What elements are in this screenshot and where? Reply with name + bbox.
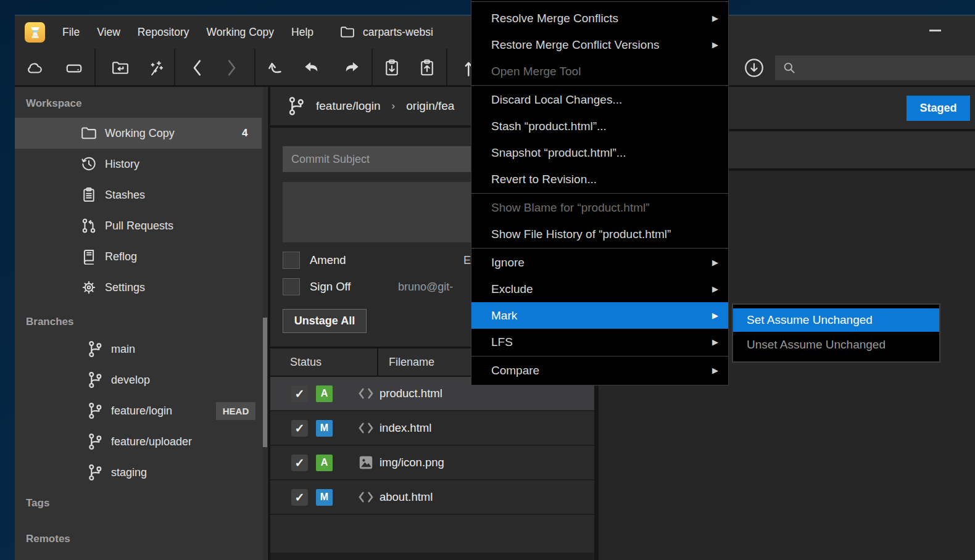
menu-repository[interactable]: Repository (138, 26, 189, 39)
cloud-icon[interactable] (25, 57, 46, 78)
sidebar-item-remote-partial[interactable] (15, 551, 262, 560)
clipboard-down-icon[interactable] (381, 57, 402, 78)
undo-arrow-icon[interactable] (301, 57, 322, 78)
menu-item-show-file-history[interactable]: Show File History of “product.html” (471, 221, 728, 247)
menu-item-revert-to-revision[interactable]: Revert to Revision... (471, 166, 728, 192)
gear-icon (80, 279, 98, 296)
head-badge: HEAD (216, 402, 255, 420)
signoff-label: Sign Off (310, 280, 351, 294)
code-file-icon (358, 385, 374, 401)
unstage-all-button[interactable]: Unstage All (283, 309, 367, 333)
sidebar-header-workspace: Workspace (26, 94, 81, 113)
menu-item-restore-merge-conflict-versions[interactable]: Restore Merge Conflict Versions (471, 31, 728, 58)
table-row-about[interactable]: M about.html (270, 480, 594, 515)
author-text-fragment: E (463, 254, 471, 267)
sidebar-item-branch-staging[interactable]: staging (15, 457, 262, 488)
column-divider[interactable] (377, 348, 378, 377)
branch-icon (86, 464, 104, 481)
branch-icon (288, 96, 305, 116)
status-badge-modified: M (316, 420, 333, 437)
menu-file[interactable]: File (62, 26, 80, 39)
menu-item-resolve-merge-conflicts[interactable]: Resolve Merge Conflicts (471, 5, 728, 31)
sidebar-item-pull-requests[interactable]: Pull Requests (15, 210, 262, 241)
column-status[interactable]: Status (290, 356, 322, 369)
menu-item-ignore[interactable]: Ignore (471, 249, 728, 276)
repo-tab[interactable]: carparts-websi (339, 25, 433, 39)
magic-wand-icon[interactable] (144, 57, 165, 78)
sidebar-item-working-copy[interactable]: Working Copy 4 (15, 118, 262, 149)
working-copy-count-badge: 4 (242, 127, 247, 139)
amend-checkbox[interactable] (283, 252, 300, 269)
author-email-fragment: bruno@git- (398, 281, 453, 294)
sidebar-item-branch-feature-uploader[interactable]: feature/uploader (15, 426, 262, 457)
row-checkbox[interactable] (291, 489, 308, 506)
image-file-icon (358, 455, 374, 471)
folder-icon (339, 25, 355, 39)
sidebar-item-stashes[interactable]: Stashes (15, 179, 262, 210)
status-badge-modified: M (316, 489, 333, 506)
sidebar-scrollbar-thumb[interactable] (263, 318, 267, 447)
menu-item-discard-local-changes[interactable]: Discard Local Changes... (471, 86, 728, 113)
menu-view[interactable]: View (97, 26, 120, 39)
nav-back-icon[interactable] (187, 57, 208, 78)
sidebar-header-tags: Tags (26, 494, 49, 513)
search-input[interactable] (775, 56, 975, 80)
sidebar-item-branch-feature-login[interactable]: feature/login HEAD (15, 395, 262, 426)
status-badge-added: A (316, 385, 333, 402)
sourcetree-app-icon (25, 22, 45, 43)
menu-item-open-merge-tool: Open Merge Tool (471, 58, 728, 84)
clipboard-up-icon[interactable] (417, 57, 438, 78)
menu-help[interactable]: Help (291, 26, 313, 39)
drive-icon[interactable] (64, 57, 85, 78)
mark-submenu: Set Assume Unchanged Unset Assume Unchan… (732, 303, 940, 363)
clipboard-icon (80, 186, 98, 204)
breadcrumb-current-branch[interactable]: feature/login (316, 99, 381, 113)
menu-item-stash[interactable]: Stash “product.html”... (471, 113, 728, 139)
column-filename[interactable]: Filename (389, 356, 434, 369)
jump-out-arrow-icon[interactable] (265, 57, 286, 78)
sidebar-item-reflog[interactable]: Reflog (15, 241, 262, 272)
row-checkbox[interactable] (291, 385, 308, 402)
redo-arrow-icon[interactable] (341, 57, 362, 78)
pull-request-icon (80, 217, 98, 234)
menu-item-lfs[interactable]: LFS (471, 329, 728, 355)
sidebar-item-history[interactable]: History (15, 149, 262, 179)
menu-item-compare[interactable]: Compare (471, 357, 728, 384)
nav-forward-icon[interactable] (221, 57, 242, 78)
breadcrumb-tracking-branch[interactable]: origin/fea (406, 99, 454, 113)
staged-button[interactable]: Staged (907, 96, 970, 121)
branch-icon (86, 433, 104, 450)
row-checkbox[interactable] (291, 420, 308, 437)
submenu-item-unset-assume-unchanged[interactable]: Unset Assume Unchanged (733, 333, 939, 356)
toolbar-divider (371, 49, 373, 85)
menu-item-mark[interactable]: Mark (471, 302, 728, 329)
table-row-index[interactable]: M index.html (270, 411, 594, 446)
sidebar-item-branch-main[interactable]: main (15, 334, 262, 364)
circled-download-icon[interactable] (744, 57, 765, 78)
branch-icon (86, 371, 104, 389)
sidebar-item-branch-develop[interactable]: develop (15, 364, 262, 395)
book-icon (80, 248, 98, 265)
table-row-icon-png[interactable]: A img/icon.png (270, 446, 594, 480)
menu-working-copy[interactable]: Working Copy (206, 26, 274, 39)
chevron-right-icon: › (392, 100, 396, 112)
status-badge-added: A (316, 455, 333, 471)
folder-icon (80, 125, 98, 142)
search-icon (782, 61, 796, 75)
branch-icon (86, 340, 104, 358)
toolbar-divider (94, 49, 96, 85)
signoff-checkbox[interactable] (283, 278, 300, 295)
row-checkbox[interactable] (291, 455, 308, 471)
toolbar-divider (254, 49, 255, 85)
submenu-item-set-assume-unchanged[interactable]: Set Assume Unchanged (733, 308, 939, 332)
folder-return-icon[interactable] (110, 57, 131, 78)
sidebar-item-settings[interactable]: Settings (15, 272, 262, 303)
sidebar-header-branches: Branches (26, 313, 73, 331)
sidebar: Workspace Working Copy 4 History Stashes… (15, 87, 268, 560)
menu-item-snapshot[interactable]: Snapshot “product.html”... (471, 139, 728, 166)
code-file-icon (358, 489, 374, 505)
minimize-button[interactable] (929, 30, 941, 31)
history-icon (80, 155, 98, 173)
amend-label: Amend (310, 253, 346, 267)
menu-item-exclude[interactable]: Exclude (471, 276, 728, 302)
